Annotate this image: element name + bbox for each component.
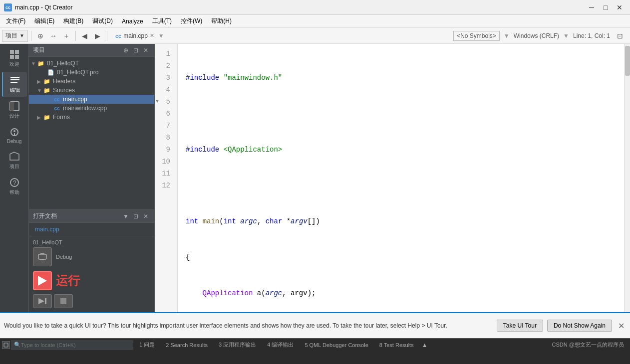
tab-test-results[interactable]: 8 Test Results <box>374 341 419 349</box>
svg-rect-3 <box>15 55 19 59</box>
headers-icon: 📁 <box>43 78 51 85</box>
menu-bar: 文件(F) 编辑(E) 构建(B) 调试(D) Analyze 工具(T) 控件… <box>0 15 630 28</box>
debug-device-btn[interactable] <box>33 247 52 266</box>
expand-editor-btn[interactable]: ⊡ <box>614 30 626 42</box>
maximize-button[interactable]: □ <box>599 1 612 13</box>
run-button-row: 运行 <box>29 269 154 294</box>
run-button[interactable] <box>33 271 52 290</box>
line-4: 4 <box>155 84 173 96</box>
app-icon: cc <box>4 3 12 11</box>
dropdown-icon[interactable]: ▼ <box>158 32 164 39</box>
sidebar-item-debug[interactable]: Debug <box>2 124 27 147</box>
tree-item-sources[interactable]: ▼ 📁 Sources <box>29 86 154 95</box>
panel-spacer <box>29 135 154 209</box>
headers-label: Headers <box>53 78 75 85</box>
code-line-2 <box>186 108 616 120</box>
menu-file[interactable]: 文件(F) <box>2 15 29 27</box>
project-selector[interactable]: 项目 ▼ <box>2 30 28 42</box>
take-tour-button[interactable]: Take UI Tour <box>497 320 543 332</box>
window-controls: ─ □ ✕ <box>585 1 626 13</box>
open-doc-maincpp[interactable]: main.cpp <box>33 225 150 234</box>
sidebar-item-design[interactable]: 设计 <box>2 98 27 123</box>
sidebar-item-help[interactable]: ? 帮助 <box>2 174 27 199</box>
search-bar[interactable]: 🔍 <box>11 340 133 350</box>
close-button[interactable]: ✕ <box>613 1 626 13</box>
pro-file-name: 01_HelloQT.pro <box>57 69 98 76</box>
panel-close-btn[interactable]: ✕ <box>141 46 150 55</box>
tree-item-pro[interactable]: ▶ 📄 01_HelloQT.pro <box>29 68 154 77</box>
stop-btn[interactable] <box>54 294 73 308</box>
open-docs-collapse-btn[interactable]: ▼ <box>121 212 130 221</box>
svg-rect-15 <box>40 259 44 260</box>
svg-rect-19 <box>60 298 66 304</box>
forms-label: Forms <box>53 114 70 121</box>
panel-filter-btn[interactable]: ⊕ <box>121 46 130 55</box>
open-docs-expand-btn[interactable]: ⊡ <box>131 212 140 221</box>
tree-item-project[interactable]: ▼ 📁 01_HelloQT <box>29 59 154 68</box>
code-line-7: QApplication a(argc, argv); <box>186 287 616 299</box>
line-9: 9 <box>155 144 173 156</box>
menu-help[interactable]: 帮助(H) <box>207 15 236 27</box>
current-file-name: main.cpp <box>123 32 148 39</box>
toolbar-left: 项目 ▼ ⊕ ↔ + ◀ ▶ <box>0 30 111 42</box>
sidebar-item-project[interactable]: 项目 <box>2 148 27 173</box>
menu-analyze[interactable]: Analyze <box>118 16 147 26</box>
no-symbols-selector[interactable]: <No Symbols> <box>453 31 500 41</box>
tree-item-forms[interactable]: ▶ 📁 Forms <box>29 113 154 122</box>
file-tab-close[interactable]: ✕ <box>150 32 154 39</box>
status-bar-icon[interactable] <box>2 341 10 349</box>
tree-item-mainwindowcpp[interactable]: ▶ cc mainwindow.cpp <box>29 104 154 113</box>
search-input[interactable] <box>21 342 91 348</box>
forms-arrow: ▶ <box>37 115 43 120</box>
tree-item-headers[interactable]: ▶ 📁 Headers <box>29 77 154 86</box>
toolbar-expand-btn[interactable]: + <box>60 30 72 42</box>
vertical-scrollbar[interactable] <box>624 44 630 312</box>
menu-edit[interactable]: 编辑(E) <box>30 15 58 27</box>
tab-app-output[interactable]: 3 应用程序输出 <box>214 340 261 350</box>
minimize-button[interactable]: ─ <box>585 1 598 13</box>
scrollbar-thumb[interactable] <box>625 46 630 76</box>
tab-qml-debugger[interactable]: 5 QML Debugger Console <box>300 341 373 349</box>
file-type-icon: cc <box>115 33 121 39</box>
line-1: 1 <box>155 48 173 60</box>
toolbar-sync-btn[interactable]: ↔ <box>47 30 59 42</box>
project-folder-icon: 📁 <box>37 60 45 67</box>
menu-debug[interactable]: 调试(D) <box>88 15 117 27</box>
debug-label: Debug <box>7 139 21 144</box>
notification-close-button[interactable]: ✕ <box>616 321 626 331</box>
do-not-show-button[interactable]: Do Not Show Again <box>547 320 612 332</box>
open-doc-name: main.cpp <box>35 226 59 233</box>
open-docs-panel: 打开文档 ▼ ⊡ ✕ main.cpp <box>29 209 154 236</box>
toolbar-filter-btn[interactable]: ⊕ <box>34 30 46 42</box>
toolbar-separator-2 <box>75 31 76 41</box>
svg-rect-2 <box>10 55 14 59</box>
tab-search-results[interactable]: 2 Search Results <box>161 341 213 349</box>
step-over-btn[interactable] <box>33 294 52 308</box>
menu-controls[interactable]: 控件(W) <box>177 15 206 27</box>
open-docs-header[interactable]: 打开文档 ▼ ⊡ ✕ <box>29 210 154 223</box>
code-line-1: #include "mainwindow.h" <box>186 72 616 84</box>
toolbar-forward-btn[interactable]: ▶ <box>92 30 104 42</box>
code-editor[interactable]: 1 2 3 4 5 6 7 8 9 10 11 12 #include "mai… <box>155 44 630 312</box>
sidebar-item-welcome[interactable]: 欢迎 <box>2 46 27 71</box>
tab-problems[interactable]: 1 问题 <box>134 340 160 350</box>
menu-build[interactable]: 构建(B) <box>59 15 87 27</box>
project-label: 项目 <box>5 31 17 40</box>
tab-compile-output[interactable]: 4 编译输出 <box>262 340 299 350</box>
run-section: 01_HelloQT Debug <box>29 236 154 269</box>
encoding-arrow[interactable]: ▼ <box>563 32 569 39</box>
toolbar-back-btn[interactable]: ◀ <box>79 30 91 42</box>
line-12: 12 <box>155 180 173 191</box>
line-5: 5 <box>155 96 173 108</box>
svg-rect-6 <box>10 82 17 83</box>
code-content[interactable]: #include "mainwindow.h" #include <QAppli… <box>178 44 624 312</box>
svg-rect-20 <box>4 343 8 347</box>
sidebar-item-edit[interactable]: 编辑 <box>2 72 27 97</box>
panel-expand-btn[interactable]: ⊡ <box>131 46 140 55</box>
tab-arrow-btn[interactable]: ▲ <box>420 342 430 349</box>
watermark-text: CSDN @想文艺一点的程序员 <box>548 341 628 349</box>
menu-tools[interactable]: 工具(T) <box>148 15 176 27</box>
open-docs-close-btn[interactable]: ✕ <box>141 212 150 221</box>
tree-item-maincpp[interactable]: ▶ cc main.cpp <box>29 95 154 104</box>
debug-icon <box>9 127 20 138</box>
